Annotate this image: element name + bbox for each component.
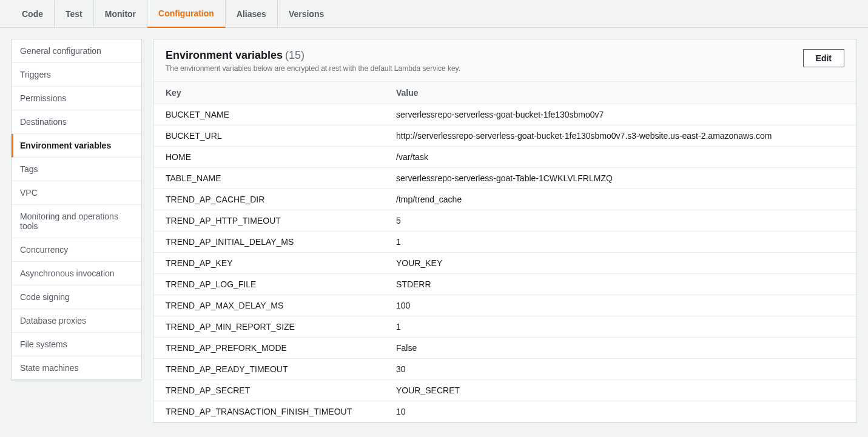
env-value: 10 <box>396 407 844 416</box>
sidebar-item-file-systems[interactable]: File systems <box>12 333 141 356</box>
env-value: STDERR <box>396 279 844 289</box>
sidebar-item-monitoring-and-operations-tools[interactable]: Monitoring and operations tools <box>12 205 141 238</box>
table-row: TREND_AP_LOG_FILESTDERR <box>153 274 856 295</box>
env-key: TREND_AP_SECRET <box>166 385 396 395</box>
env-value: 1 <box>396 237 844 247</box>
env-value: /tmp/trend_cache <box>396 195 844 204</box>
tab-monitor[interactable]: Monitor <box>94 1 147 27</box>
env-value: 30 <box>396 364 844 374</box>
column-header-value: Value <box>396 88 844 98</box>
env-value: 1 <box>396 322 844 332</box>
table-row: TREND_AP_INITIAL_DELAY_MS1 <box>153 232 856 253</box>
sidebar-item-database-proxies[interactable]: Database proxies <box>12 309 141 333</box>
table-row: TREND_AP_TRANSACTION_FINISH_TIMEOUT10 <box>153 401 856 422</box>
env-value: False <box>396 343 844 353</box>
env-key: TREND_AP_KEY <box>166 258 396 268</box>
sidebar-item-general-configuration[interactable]: General configuration <box>12 39 141 63</box>
sidebar-item-environment-variables[interactable]: Environment variables <box>12 134 141 158</box>
env-key: BUCKET_NAME <box>166 110 396 119</box>
config-sidebar: General configurationTriggersPermissions… <box>11 39 142 380</box>
tab-configuration[interactable]: Configuration <box>147 0 226 28</box>
tab-code[interactable]: Code <box>11 1 55 27</box>
env-key: TREND_AP_INITIAL_DELAY_MS <box>166 237 396 247</box>
sidebar-item-state-machines[interactable]: State machines <box>12 356 141 379</box>
main-layout: General configurationTriggersPermissions… <box>0 28 868 433</box>
sidebar-item-tags[interactable]: Tags <box>12 158 141 181</box>
env-key: TREND_AP_CACHE_DIR <box>166 195 396 204</box>
tab-test[interactable]: Test <box>55 1 94 27</box>
table-row: TREND_AP_HTTP_TIMEOUT5 <box>153 210 856 232</box>
sidebar-item-asynchronous-invocation[interactable]: Asynchronous invocation <box>12 262 141 285</box>
env-value: 100 <box>396 301 844 310</box>
table-row: TREND_AP_KEYYOUR_KEY <box>153 253 856 274</box>
env-key: BUCKET_URL <box>166 131 396 141</box>
env-key: TREND_AP_MAX_DELAY_MS <box>166 301 396 310</box>
table-header: Key Value <box>153 82 856 104</box>
table-body: BUCKET_NAMEserverlessrepo-serverless-goa… <box>153 104 856 422</box>
table-row: TREND_AP_PREFORK_MODEFalse <box>153 338 856 359</box>
env-value: YOUR_SECRET <box>396 385 844 395</box>
table-row: BUCKET_URLhttp://serverlessrepo-serverle… <box>153 125 856 147</box>
env-value: http://serverlessrepo-serverless-goat-bu… <box>396 131 844 141</box>
table-row: TREND_AP_MIN_REPORT_SIZE1 <box>153 316 856 338</box>
table-row: TREND_AP_READY_TIMEOUT30 <box>153 359 856 380</box>
env-key: HOME <box>166 152 396 162</box>
table-row: BUCKET_NAMEserverlessrepo-serverless-goa… <box>153 104 856 125</box>
env-key: TREND_AP_READY_TIMEOUT <box>166 364 396 374</box>
tab-versions[interactable]: Versions <box>278 1 335 27</box>
env-value: 5 <box>396 216 844 225</box>
env-value: YOUR_KEY <box>396 258 844 268</box>
edit-button[interactable]: Edit <box>803 49 844 67</box>
panel-header: Environment variables (15) The environme… <box>153 39 856 82</box>
sidebar-item-destinations[interactable]: Destinations <box>12 110 141 134</box>
panel-title: Environment variables <box>166 49 283 61</box>
table-row: TREND_AP_SECRETYOUR_SECRET <box>153 380 856 401</box>
sidebar-item-code-signing[interactable]: Code signing <box>12 285 141 309</box>
tab-bar: CodeTestMonitorConfigurationAliasesVersi… <box>0 0 868 28</box>
table-row: TABLE_NAMEserverlessrepo-serverless-goat… <box>153 168 856 189</box>
sidebar-item-triggers[interactable]: Triggers <box>12 63 141 87</box>
panel-description: The environment variables below are encr… <box>166 64 460 73</box>
env-key: TREND_AP_TRANSACTION_FINISH_TIMEOUT <box>166 407 396 416</box>
env-value: serverlessrepo-serverless-goat-Table-1CW… <box>396 173 844 183</box>
sidebar-item-vpc[interactable]: VPC <box>12 181 141 205</box>
table-row: TREND_AP_CACHE_DIR/tmp/trend_cache <box>153 189 856 210</box>
panel-count: (15) <box>285 49 304 61</box>
env-key: TREND_AP_HTTP_TIMEOUT <box>166 216 396 225</box>
column-header-key: Key <box>166 88 396 98</box>
env-key: TREND_AP_PREFORK_MODE <box>166 343 396 353</box>
env-vars-panel: Environment variables (15) The environme… <box>153 39 857 422</box>
table-row: TREND_AP_MAX_DELAY_MS100 <box>153 295 856 316</box>
sidebar-item-concurrency[interactable]: Concurrency <box>12 238 141 262</box>
env-key: TABLE_NAME <box>166 173 396 183</box>
env-value: /var/task <box>396 152 844 162</box>
env-value: serverlessrepo-serverless-goat-bucket-1f… <box>396 110 844 119</box>
env-key: TREND_AP_MIN_REPORT_SIZE <box>166 322 396 332</box>
env-key: TREND_AP_LOG_FILE <box>166 279 396 289</box>
tab-aliases[interactable]: Aliases <box>226 1 278 27</box>
table-row: HOME/var/task <box>153 147 856 168</box>
sidebar-item-permissions[interactable]: Permissions <box>12 87 141 110</box>
